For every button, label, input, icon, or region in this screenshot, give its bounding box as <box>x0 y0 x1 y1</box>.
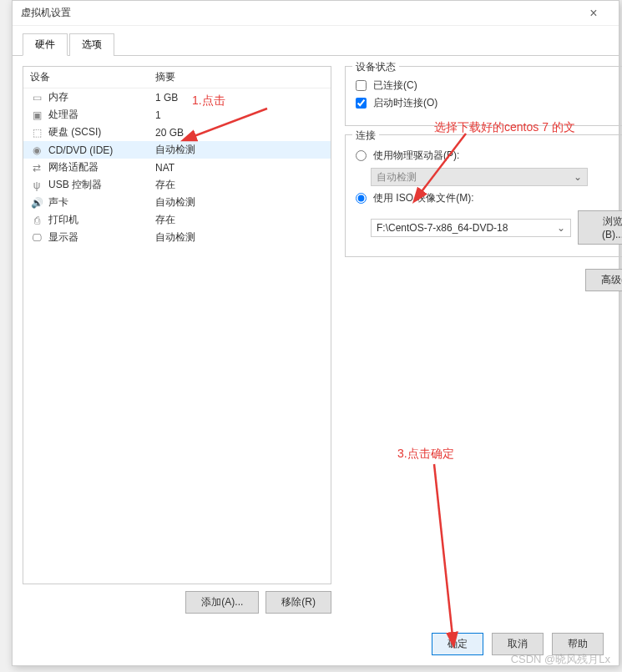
left-panel: 设备 摘要 ▭内存1 GB▣处理器1⬚硬盘 (SCSI)20 GB◉CD/DVD… <box>23 66 331 614</box>
physical-value: 自动检测 <box>377 170 417 184</box>
iso-label: 使用 ISO 映像文件(M): <box>373 191 474 205</box>
device-name: 声卡 <box>48 195 68 210</box>
display-icon: 🖵 <box>30 231 43 245</box>
add-button[interactable]: 添加(A)... <box>185 591 259 614</box>
header-summary: 摘要 <box>155 70 324 84</box>
device-name: 内存 <box>48 90 68 104</box>
chevron-down-icon[interactable]: ⌄ <box>557 222 565 234</box>
device-row[interactable]: ◉CD/DVD (IDE)自动检测 <box>23 141 331 159</box>
device-summary: NAT <box>155 162 324 174</box>
radio-iso-file[interactable]: 使用 ISO 映像文件(M): <box>356 191 622 205</box>
device-name: CD/DVD (IDE) <box>48 144 113 156</box>
tab-strip: 硬件 选项 <box>13 26 619 56</box>
device-summary: 1 GB <box>155 92 324 104</box>
dialog-title: 虚拟机设置 <box>21 6 577 20</box>
device-name: 处理器 <box>48 108 78 122</box>
device-row[interactable]: ⬚硬盘 (SCSI)20 GB <box>23 124 331 141</box>
content-area: 设备 摘要 ▭内存1 GB▣处理器1⬚硬盘 (SCSI)20 GB◉CD/DVD… <box>13 56 619 624</box>
device-row[interactable]: ⎙打印机存在 <box>23 211 331 229</box>
device-name: 硬盘 (SCSI) <box>48 125 101 139</box>
remove-button[interactable]: 移除(R) <box>265 591 331 614</box>
group-device-status: 设备状态 已连接(C) 启动时连接(O) <box>345 66 622 126</box>
device-summary: 自动检测 <box>155 143 324 157</box>
vm-settings-dialog: 虚拟机设置 × 硬件 选项 设备 摘要 ▭内存1 GB▣处理器1⬚硬盘 (SCS… <box>12 0 619 666</box>
tab-hardware[interactable]: 硬件 <box>23 33 68 56</box>
cpu-icon: ▣ <box>30 109 43 122</box>
group-connection: 连接 使用物理驱动器(P): 自动检测 ⌄ 使用 ISO 映像文件(M): <box>345 134 622 257</box>
device-row[interactable]: ▣处理器1 <box>23 106 331 124</box>
group-title-status: 设备状态 <box>352 60 399 74</box>
device-row[interactable]: 🖵显示器自动检测 <box>23 229 331 246</box>
device-list: 设备 摘要 ▭内存1 GB▣处理器1⬚硬盘 (SCSI)20 GB◉CD/DVD… <box>23 66 331 584</box>
device-summary: 存在 <box>155 213 324 227</box>
checkbox-connected[interactable]: 已连接(C) <box>356 78 622 93</box>
physical-label: 使用物理驱动器(P): <box>373 149 459 163</box>
device-summary: 存在 <box>155 178 324 192</box>
tab-options[interactable]: 选项 <box>69 33 114 56</box>
list-header: 设备 摘要 <box>23 67 331 88</box>
device-row[interactable]: 🔊声卡自动检测 <box>23 194 331 211</box>
usb-icon: ψ <box>30 179 43 192</box>
advanced-row: 高级(V)... <box>345 269 622 291</box>
titlebar: 虚拟机设置 × <box>13 1 619 26</box>
browse-button[interactable]: 浏览(B)... <box>578 210 622 245</box>
printer-icon: ⎙ <box>30 214 43 227</box>
disk-icon: ⬚ <box>30 126 43 139</box>
sound-icon: 🔊 <box>30 196 43 210</box>
cancel-button[interactable]: 取消 <box>492 633 544 655</box>
dialog-footer: 确定 取消 帮助 <box>432 633 604 655</box>
device-summary: 20 GB <box>155 127 324 139</box>
iso-path-select[interactable]: F:\CentOS-7-x86_64-DVD-18 ⌄ <box>371 219 571 237</box>
device-summary: 自动检测 <box>155 195 324 210</box>
disc-icon: ◉ <box>30 144 43 157</box>
device-summary: 1 <box>155 109 324 121</box>
iso-value: F:\CentOS-7-x86_64-DVD-18 <box>377 222 508 234</box>
device-name: 打印机 <box>48 213 78 227</box>
device-summary: 自动检测 <box>155 230 324 245</box>
right-panel: 设备状态 已连接(C) 启动时连接(O) 连接 使用物理驱动器(P): <box>331 66 622 614</box>
device-row[interactable]: ⇄网络适配器NAT <box>23 159 331 176</box>
ok-button[interactable]: 确定 <box>432 633 483 655</box>
radio-physical-drive[interactable]: 使用物理驱动器(P): <box>356 149 622 163</box>
advanced-button[interactable]: 高级(V)... <box>585 269 622 291</box>
physical-drive-select: 自动检测 ⌄ <box>371 168 588 186</box>
chevron-down-icon: ⌄ <box>574 171 582 183</box>
connected-label: 已连接(C) <box>373 78 417 93</box>
help-button[interactable]: 帮助 <box>552 633 604 655</box>
device-row[interactable]: ▭内存1 GB <box>23 88 331 106</box>
connect-on-label: 启动时连接(O) <box>373 96 437 110</box>
close-icon[interactable]: × <box>577 6 610 21</box>
device-name: 网络适配器 <box>48 160 99 174</box>
network-icon: ⇄ <box>30 161 43 174</box>
memory-icon: ▭ <box>30 91 43 104</box>
header-device: 设备 <box>30 70 155 84</box>
group-title-connection: 连接 <box>352 129 379 143</box>
checkbox-connect-on-start[interactable]: 启动时连接(O) <box>356 96 622 110</box>
left-button-row: 添加(A)... 移除(R) <box>23 591 331 614</box>
device-name: USB 控制器 <box>48 178 102 192</box>
device-name: 显示器 <box>48 230 78 245</box>
device-row[interactable]: ψUSB 控制器存在 <box>23 176 331 194</box>
